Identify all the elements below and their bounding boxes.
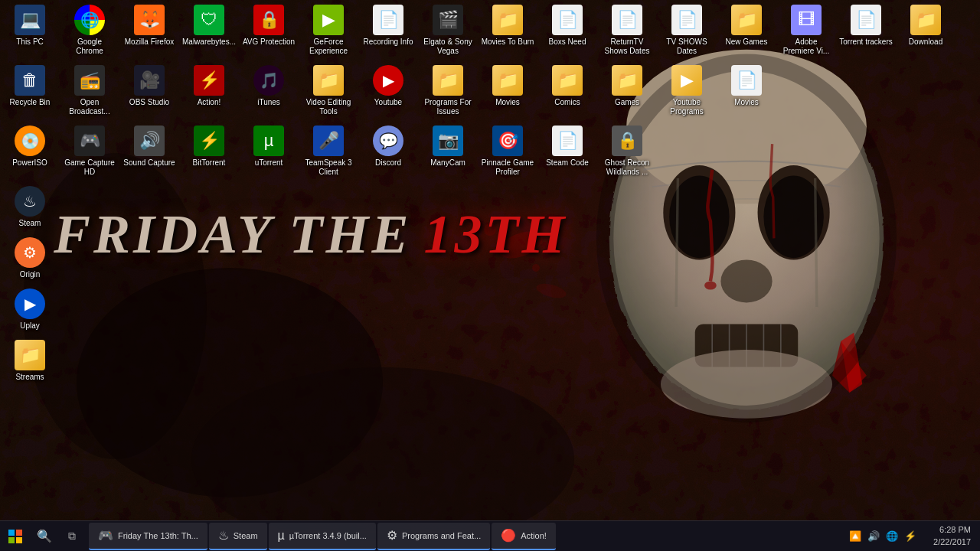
icon-recording-info[interactable]: 📄 Recording Info (358, 0, 418, 60)
icon-google-chrome[interactable]: 🌐 Google Chrome (60, 0, 119, 60)
icon-teamspeak[interactable]: 🎤 TeamSpeak 3 Client (299, 121, 358, 181)
action-icon: ⚡ (194, 65, 224, 96)
discord-label: Discord (375, 158, 401, 168)
icon-games[interactable]: 📁 Games (597, 60, 657, 121)
mozilla-firefox-icon: 🦊 (134, 5, 165, 35)
obs-studio-label: OBS Studio (129, 98, 169, 107)
pinnacle-icon: 🎯 (492, 126, 523, 156)
icon-discord[interactable]: 💬 Discord (358, 121, 418, 181)
icon-bittorrent[interactable]: ⚡ BitTorrent (179, 121, 239, 181)
icon-steam-code[interactable]: 📄 Steam Code (537, 121, 597, 181)
ghost-recon-icon: 🔒 (612, 126, 642, 156)
itunes-label: iTunes (257, 98, 280, 107)
icon-recycle-bin[interactable]: 🗑 Recycle Bin (0, 60, 60, 121)
icon-utorrent[interactable]: µ uTorrent (239, 121, 299, 181)
icon-youtube[interactable]: ▶ Youtube (358, 60, 418, 121)
open-broadcast-label: Open Broadcast... (63, 98, 116, 116)
torrent-trackers-label: Torrent trackers (839, 37, 892, 47)
poweriso-icon: 💿 (15, 126, 45, 156)
icon-row-1: 🗑 Recycle Bin 📻 Open Broadcast... 🎥 OBS … (0, 60, 980, 121)
tray-volume[interactable]: 🔊 (866, 529, 881, 544)
action-task-taskbar-icon: 🔴 (501, 528, 516, 543)
bittorrent-icon: ⚡ (194, 126, 224, 156)
icon-uplay[interactable]: ▶ Uplay (0, 284, 60, 335)
programs-feat-taskbar-label: Programs and Feat... (402, 531, 481, 540)
icon-adobe-premiere[interactable]: 🎞 Adobe Premiere Vi... (776, 0, 836, 60)
icon-steam[interactable]: ♨ Steam (0, 181, 60, 233)
start-button[interactable] (0, 521, 31, 552)
icon-manycam[interactable]: 📷 ManyCam (418, 121, 478, 181)
icon-row-0: 💻 This PC 🌐 Google Chrome 🦊 Mozilla Fire… (0, 0, 980, 60)
icon-row-5: ▶ Uplay (0, 284, 980, 335)
icon-ghost-recon[interactable]: 🔒 Ghost Recon Wildlands ... (597, 121, 657, 181)
taskbar-app-programs-feat[interactable]: ⚙Programs and Feat... (377, 523, 490, 550)
icon-tv-shows[interactable]: 📄 TV SHOWS Dates (657, 0, 717, 60)
icon-movies2[interactable]: 📄 Movies (717, 60, 776, 121)
returntv-icon: 📄 (612, 5, 642, 35)
icon-row-6: 📁 Streams (0, 335, 980, 386)
tray-network[interactable]: 🌐 (884, 529, 900, 544)
utorrent-icon: µ (253, 126, 284, 156)
icon-poweriso[interactable]: 💿 PowerISO (0, 121, 60, 181)
search-button[interactable]: 🔍 (31, 521, 58, 552)
icon-action[interactable]: ⚡ Action! (179, 60, 239, 121)
game-capture-hd-icon: 🎮 (74, 126, 105, 156)
icon-streams[interactable]: 📁 Streams (0, 335, 60, 386)
movies-to-burn-label: Movies To Burn (482, 37, 534, 47)
icon-open-broadcast[interactable]: 📻 Open Broadcast... (60, 60, 119, 121)
uplay-icon: ▶ (15, 289, 45, 319)
icon-comics[interactable]: 📁 Comics (537, 60, 597, 121)
youtube-label: Youtube (374, 98, 402, 107)
icon-movies-to-burn[interactable]: 📁 Movies To Burn (478, 0, 537, 60)
tray-action[interactable]: ⚡ (903, 529, 918, 544)
task-view-button[interactable]: ⧉ (58, 521, 86, 552)
icon-sound-capture[interactable]: 🔊 Sound Capture (119, 121, 179, 181)
programs-for-issues-label: Programs For Issues (421, 98, 475, 116)
malwarebytes-label: Malwarebytes... (182, 37, 236, 47)
icon-itunes[interactable]: 🎵 iTunes (239, 60, 299, 121)
icon-rows: 💻 This PC 🌐 Google Chrome 🦊 Mozilla Fire… (0, 0, 980, 6)
taskbar-app-steam-task[interactable]: ♨Steam (209, 523, 267, 550)
taskbar-app-action-task[interactable]: 🔴Action! (492, 523, 556, 550)
adobe-premiere-icon: 🎞 (791, 5, 822, 35)
youtube-icon: ▶ (373, 65, 403, 96)
icon-origin[interactable]: ⚙ Origin (0, 233, 60, 284)
recording-info-label: Recording Info (363, 37, 413, 47)
geforce-label: GeForce Experience (302, 37, 355, 56)
recycle-bin-icon: 🗑 (15, 65, 45, 96)
icon-elgato[interactable]: 🎬 Elgato & Sony Vegas (418, 0, 478, 60)
utorrent-task-taskbar-label: µTorrent 3.4.9 (buil... (289, 531, 367, 540)
icon-row-3: ♨ Steam (0, 181, 980, 233)
icon-returntv[interactable]: 📄 ReturnTV Shows Dates (597, 0, 657, 60)
icon-this-pc[interactable]: 💻 This PC (0, 0, 60, 60)
icon-boxs-need[interactable]: 📄 Boxs Need (537, 0, 597, 60)
icon-pinnacle[interactable]: 🎯 Pinnacle Game Profiler (478, 121, 537, 181)
movies2-label: Movies (734, 98, 759, 107)
icon-video-editing[interactable]: 📁 Video Editing Tools (299, 60, 358, 121)
svg-rect-24 (8, 530, 15, 536)
icon-new-games[interactable]: 📁 New Games (717, 0, 776, 60)
icon-avg[interactable]: 🔒 AVG Protection (239, 0, 299, 60)
icon-game-capture-hd[interactable]: 🎮 Game Capture HD (60, 121, 119, 181)
icon-programs-for-issues[interactable]: 📁 Programs For Issues (418, 60, 478, 121)
clock[interactable]: 6:28 PM 2/22/2017 (924, 524, 980, 548)
icon-download[interactable]: 📁 Download (896, 0, 956, 60)
poweriso-label: PowerISO (12, 158, 47, 168)
uplay-label: Uplay (20, 321, 40, 331)
recording-info-icon: 📄 (373, 5, 403, 35)
open-broadcast-icon: 📻 (74, 65, 105, 96)
icon-mozilla-firefox[interactable]: 🦊 Mozilla Firefox (119, 0, 179, 60)
clock-date: 2/22/2017 (933, 536, 971, 548)
youtube-programs-label: Youtube Programs (660, 98, 714, 116)
taskbar-app-utorrent-task[interactable]: µµTorrent 3.4.9 (buil... (269, 523, 376, 550)
icon-geforce[interactable]: ▶ GeForce Experience (299, 0, 358, 60)
icon-movies[interactable]: 📁 Movies (478, 60, 537, 121)
tray-show-hidden[interactable]: 🔼 (848, 529, 863, 544)
icon-youtube-programs[interactable]: ▶ Youtube Programs (657, 60, 717, 121)
icon-torrent-trackers[interactable]: 📄 Torrent trackers (836, 0, 896, 60)
malwarebytes-icon: 🛡 (194, 5, 224, 35)
sound-capture-label: Sound Capture (123, 158, 175, 168)
taskbar-app-friday-13th[interactable]: 🎮Friday The 13th: Th... (89, 523, 207, 550)
icon-obs-studio[interactable]: 🎥 OBS Studio (119, 60, 179, 121)
icon-malwarebytes[interactable]: 🛡 Malwarebytes... (179, 0, 239, 60)
